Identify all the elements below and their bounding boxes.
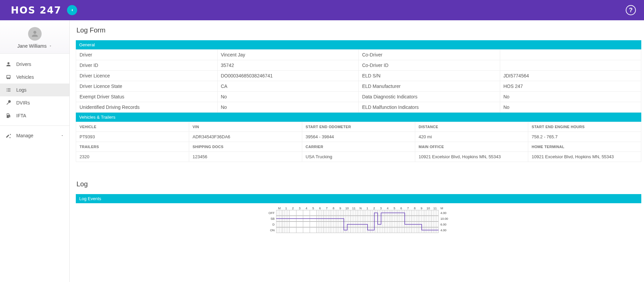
hos-total: 10.00: [439, 217, 450, 220]
column-header: DISTANCE: [415, 122, 528, 132]
hos-row-off: OFF4.00: [267, 210, 450, 216]
cell: 2320: [76, 152, 189, 162]
hos-row-d: D6.00: [267, 221, 450, 227]
field-value: HOS 247: [500, 81, 641, 92]
hos-hour-label: 7: [324, 207, 330, 210]
column-header: TRAILERS: [76, 142, 189, 152]
cell: 10921 Excelsior Blvd, Hopkins MN, 55343: [528, 152, 641, 162]
field-value: [500, 50, 641, 60]
vehicles-table: VEHICLEVINSTART END ODOMETERDISTANCESTAR…: [76, 122, 641, 162]
chevron-down-icon: [49, 44, 52, 48]
field-value: [500, 60, 641, 71]
field-label: Co-Driver: [359, 50, 500, 60]
hos-hour-label: M: [439, 207, 445, 210]
general-row: Exempt Driver StatusNoData Diagnostic In…: [76, 92, 641, 102]
cell: ADR34543F36DA6: [189, 132, 302, 142]
field-label: ELD Manufacturer: [359, 81, 500, 92]
column-header: VIN: [189, 122, 302, 132]
hos-hour-label: M: [276, 207, 283, 210]
hos-hour-labels: M1234567891011N1234567891011M: [276, 207, 450, 210]
field-value: Vincent Jay: [217, 50, 359, 60]
sidebar-item-logs[interactable]: Logs: [0, 84, 69, 96]
cell: 123456: [189, 152, 302, 162]
cell: 39564 - 39844: [302, 132, 415, 142]
sidebar-item-drivers[interactable]: Drivers: [0, 58, 69, 71]
wrench-icon: [5, 100, 12, 106]
column-header: HOME TERMINAL: [528, 142, 641, 152]
hos-hour-label: N: [357, 207, 364, 210]
sidebar-item-label: Drivers: [16, 62, 31, 67]
hos-hour-label: 9: [418, 207, 425, 210]
settings-icon: [5, 133, 12, 139]
cell: 10921 Excelsior Blvd, Hopkins MN, 55343: [415, 152, 528, 162]
sidebar-item-label: Logs: [16, 87, 26, 93]
profile-name-text: Jane Williams: [17, 43, 46, 49]
hos-hour-label: 7: [405, 207, 412, 210]
table-row: 2320123456USA Trucking10921 Excelsior Bl…: [76, 152, 641, 162]
hos-hour-label: 10: [425, 207, 432, 210]
hos-hour-label: 2: [290, 207, 296, 210]
chevron-left-icon: [70, 8, 74, 13]
hos-hour-label: 3: [378, 207, 384, 210]
column-header: START END ODOMETER: [302, 122, 415, 132]
hos-status-label: ON: [267, 229, 276, 232]
field-value: 35742: [217, 60, 359, 71]
field-label: Driver: [76, 50, 218, 60]
hos-hour-label: 9: [337, 207, 344, 210]
general-row: Driver ID35742Co-Driver ID: [76, 60, 641, 71]
field-value: CA: [217, 81, 359, 92]
bus-icon: [5, 74, 12, 80]
sidebar-item-dvirs[interactable]: DVIRs: [0, 96, 69, 109]
hos-hour-label: 1: [283, 207, 290, 210]
sidebar-item-vehicles[interactable]: Vehicles: [0, 71, 69, 84]
sidebar-item-label: Manage: [16, 133, 34, 138]
field-value: No: [500, 92, 641, 102]
hos-hour-label: 11: [432, 207, 439, 210]
hos-total: 4.00: [439, 211, 450, 215]
cell: 758.2 - 765.7: [528, 132, 641, 142]
sidebar-item-ifta[interactable]: IFTA: [0, 109, 69, 122]
sidebar-item-label: Vehicles: [16, 74, 34, 80]
general-row: Unidentified Driving RecordsNoELD Malfun…: [76, 102, 641, 113]
hos-hour-label: 11: [351, 207, 357, 210]
hos-status-label: SB: [267, 217, 276, 220]
hos-chart: M1234567891011N1234567891011MOFF4.00SB10…: [76, 203, 641, 236]
profile-name-dropdown[interactable]: Jane Williams: [17, 43, 52, 49]
section-header-general: General: [76, 40, 641, 49]
general-table: DriverVincent JayCo-DriverDriver ID35742…: [76, 49, 641, 113]
table-row: PT9393ADR34543F36DA639564 - 39844420 mi7…: [76, 132, 641, 142]
hos-hour-label: 1: [364, 207, 371, 210]
hos-status-label: OFF: [267, 211, 276, 215]
hos-hour-label: 8: [330, 207, 337, 210]
hos-hour-label: 4: [384, 207, 391, 210]
field-value: JDI5774564: [500, 71, 641, 81]
sidebar: Jane Williams Drivers Vehicles Logs DVIR…: [0, 20, 70, 282]
column-header: START END ENGINE HOURS: [528, 122, 641, 132]
hos-cells: [276, 210, 439, 216]
field-label: Co-Driver ID: [359, 60, 500, 71]
hos-hour-label: 6: [317, 207, 324, 210]
sidebar-item-manage[interactable]: Manage: [0, 129, 69, 142]
person-icon: [30, 29, 39, 38]
general-row: DriverVincent JayCo-Driver: [76, 50, 641, 60]
back-button[interactable]: [67, 5, 77, 15]
field-label: ELD S/N: [359, 71, 500, 81]
hos-hour-label: 8: [412, 207, 418, 210]
column-header: MAIN OFFICE: [415, 142, 528, 152]
general-row: Driver Licence StateCAELD ManufacturerHO…: [76, 81, 641, 92]
sidebar-item-label: IFTA: [16, 113, 26, 118]
hos-hour-label: 4: [303, 207, 310, 210]
general-row: Driver LicenceDO00034685038246741ELD S/N…: [76, 71, 641, 81]
fuel-icon: [5, 113, 12, 119]
nav-separator: [0, 125, 69, 126]
field-label: Driver Licence: [76, 71, 218, 81]
brand-logo: HOS 247: [11, 5, 62, 16]
cell: 420 mi: [415, 132, 528, 142]
field-label: Driver ID: [76, 60, 218, 71]
log-title: Log: [76, 180, 641, 188]
person-icon: [5, 61, 12, 67]
hos-hour-label: 5: [391, 207, 398, 210]
field-value: No: [217, 102, 359, 113]
section-header-vehicles: Vehicles & Trailers: [76, 113, 641, 122]
help-button[interactable]: ?: [626, 5, 636, 15]
